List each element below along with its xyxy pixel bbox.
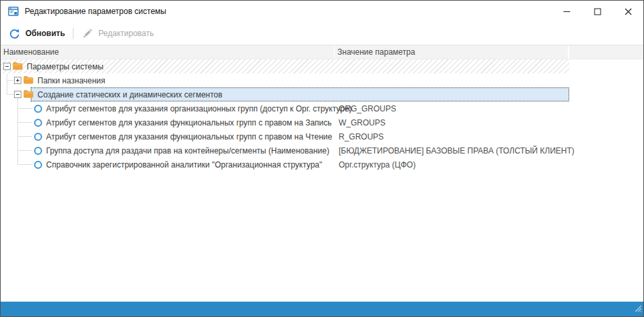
tree-row-value: ORG_GROUPS [339, 101, 396, 115]
toolbar-separator [73, 28, 73, 39]
tree-row[interactable]: Справочник зарегистрированной аналитики … [1, 157, 643, 172]
tree-row[interactable]: Атрибут сегментов для указания функциона… [1, 129, 643, 143]
tree-row[interactable]: Атрибут сегментов для указания функциона… [1, 115, 643, 129]
tree-row-label: Атрибут сегментов для указания организац… [46, 104, 352, 113]
grid-column-headers: Наименование Значение параметра [1, 45, 643, 59]
minimize-icon [563, 8, 571, 15]
parameter-circle-icon [34, 105, 42, 113]
form-window-icon [8, 6, 19, 17]
tree-row[interactable]: Параметры системы [1, 59, 643, 73]
refresh-icon [9, 28, 20, 39]
parameters-tree: Параметры системы Папки назначения [1, 59, 643, 302]
column-header-filler [569, 45, 643, 59]
folder-icon [13, 61, 23, 73]
parameter-circle-icon [34, 119, 42, 127]
toolbar: Обновить Редактировать [1, 22, 643, 45]
tree-row-value: R_GROUPS [339, 129, 383, 143]
parameter-circle-icon [34, 161, 42, 169]
tree-row-value: W_GROUPS [339, 115, 385, 129]
minimize-button[interactable] [551, 1, 582, 22]
parameter-circle-icon [34, 133, 42, 141]
tree-row-value: [БЮДЖЕТИРОВАНИЕ] БАЗОВЫЕ ПРАВА (ТОЛСТЫЙ … [339, 143, 575, 157]
expander-icon[interactable] [14, 91, 21, 98]
expander-icon[interactable] [14, 77, 21, 84]
tree-row-label: Группа доступа для раздачи прав на конте… [46, 146, 329, 155]
edit-button[interactable]: Редактировать [82, 28, 154, 39]
tree-row-value: Орг.структура (ЦФО) [339, 157, 416, 172]
status-bar [1, 302, 643, 316]
tree-row-label: Создание статических и динамических сегм… [37, 90, 222, 99]
refresh-button-label: Обновить [25, 29, 65, 38]
tree-row-label: Параметры системы [27, 62, 104, 71]
tree-row-label: Справочник зарегистрированной аналитики … [46, 160, 322, 170]
column-header-value[interactable]: Значение параметра [335, 45, 569, 59]
dialog-window: Редактирование параметров системы Обнови… [0, 0, 644, 317]
maximize-icon [594, 8, 601, 15]
resize-grip-icon[interactable] [633, 303, 642, 315]
window-title: Редактирование параметров системы [25, 7, 166, 16]
refresh-button[interactable]: Обновить [9, 28, 65, 39]
expander-icon[interactable] [3, 63, 11, 70]
pencil-icon [82, 28, 93, 39]
title-bar: Редактирование параметров системы [1, 1, 643, 22]
tree-row[interactable]: Атрибут сегментов для указания организац… [1, 101, 643, 115]
edit-button-label: Редактировать [98, 29, 154, 38]
tree-row[interactable]: Папки назначения [1, 73, 643, 87]
parameter-circle-icon [34, 147, 42, 155]
folder-icon [23, 89, 33, 101]
close-button[interactable] [613, 1, 643, 22]
window-controls [551, 1, 643, 22]
tree-row-label: Папки назначения [37, 76, 106, 85]
tree-row[interactable]: Группа доступа для раздачи прав на конте… [1, 143, 643, 157]
folder-icon [23, 75, 33, 87]
tree-row-label: Атрибут сегментов для указания функциона… [46, 132, 332, 141]
tree-row[interactable]: Создание статических и динамических сегм… [1, 87, 643, 101]
column-header-name[interactable]: Наименование [1, 45, 335, 59]
tree-row-label: Атрибут сегментов для указания функциона… [46, 118, 332, 127]
maximize-button[interactable] [582, 1, 613, 22]
close-icon [625, 8, 632, 15]
